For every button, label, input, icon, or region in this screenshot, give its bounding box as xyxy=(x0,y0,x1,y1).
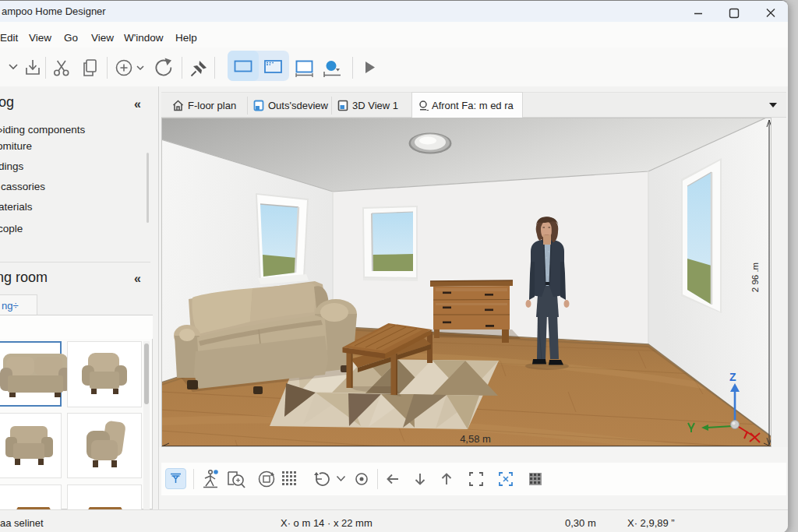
svg-text:2 96 .m: 2 96 .m xyxy=(750,262,760,292)
svg-text:4,58 m: 4,58 m xyxy=(460,433,491,445)
svg-text:Z: Z xyxy=(729,371,736,383)
